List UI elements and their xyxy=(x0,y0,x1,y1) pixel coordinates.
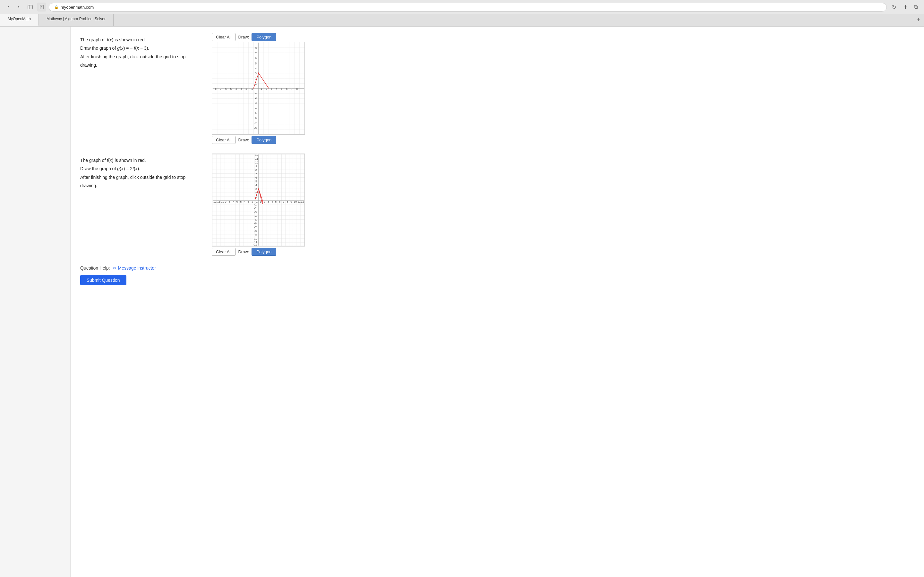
g2-y-neg9: -9 xyxy=(254,234,257,237)
g2-y-4: 4 xyxy=(255,184,257,187)
problem2-line3: After finishing the graph, click outside… xyxy=(80,174,202,181)
g2-x-8: 8 xyxy=(286,200,288,203)
x-label-neg3: -3 xyxy=(239,87,242,90)
g2-x-1: 1 xyxy=(260,200,262,203)
g2-y-9: 9 xyxy=(255,165,257,168)
address-bar[interactable]: 🔒 myopenmath.com xyxy=(49,3,887,11)
x-label-neg8: -8 xyxy=(214,87,216,90)
x-label-8: 8 xyxy=(296,87,298,90)
g2-y-neg12: -12 xyxy=(253,243,257,246)
x-label-4: 4 xyxy=(276,87,278,90)
problem2-polygon-button[interactable]: Polygon xyxy=(252,248,276,256)
g2-y-8: 8 xyxy=(255,169,257,172)
problem1-controls-bottom: Clear All Draw: Polygon xyxy=(212,136,276,144)
problem2-graph[interactable]: -12 -11 -10 -9 -8 -7 -6 -5 -4 -3 -2 -1 1… xyxy=(212,153,305,247)
g2-x-10: 10 xyxy=(294,200,297,203)
x-label-neg7: -7 xyxy=(219,87,222,90)
problem1-clear-all-top[interactable]: Clear All xyxy=(212,33,236,41)
y-label-neg6: -6 xyxy=(254,116,257,119)
g2-x-11: 11 xyxy=(297,200,300,203)
g2-y-neg7: -7 xyxy=(254,226,257,229)
problem1-line2: Draw the graph of g(x) = − f(x − 3). xyxy=(80,45,202,52)
sidebar xyxy=(0,27,71,577)
problem1-polygon-button[interactable]: Polygon xyxy=(252,136,276,144)
y-label-neg3: -3 xyxy=(254,101,257,105)
x-label-6: 6 xyxy=(286,87,288,90)
question-help-section: Question Help: ✉ Message instructor xyxy=(80,266,914,271)
g2-y-11: 11 xyxy=(255,157,258,160)
question-help-label: Question Help: xyxy=(80,266,110,271)
x-label-neg5: -5 xyxy=(229,87,232,90)
problem1-graph[interactable]: -8 -7 -6 -5 -4 -3 -2 -1 1 2 3 4 5 6 7 8 xyxy=(212,42,305,135)
main-content: The graph of f(x) is shown in red. Draw … xyxy=(71,27,924,577)
back-button[interactable]: ‹ xyxy=(4,3,13,11)
forward-button[interactable]: › xyxy=(14,3,23,11)
reload-button[interactable]: ↻ xyxy=(889,3,898,11)
problem2-section: The graph of f(x) is shown in red. Draw … xyxy=(80,153,914,256)
problem2-text: The graph of f(x) is shown in red. Draw … xyxy=(80,153,202,191)
g2-y-neg4: -4 xyxy=(254,214,257,218)
problem2-line2: Draw the graph of g(x) = 2f(x). xyxy=(80,165,202,172)
problem1-section: The graph of f(x) is shown in red. Draw … xyxy=(80,33,914,144)
g2-y-10: 10 xyxy=(255,161,258,164)
tab-myopenmath[interactable]: MyOpenMath xyxy=(0,14,39,26)
x-label-neg6: -6 xyxy=(224,87,227,90)
new-tab-button[interactable]: + xyxy=(913,14,924,26)
x-label-neg4: -4 xyxy=(234,87,237,90)
problem1-text: The graph of f(x) is shown in red. Draw … xyxy=(80,33,202,70)
problem1-draw-label-top: Draw: xyxy=(238,35,249,39)
x-label-5: 5 xyxy=(281,87,283,90)
problem1-line4: drawing. xyxy=(80,61,202,69)
g2-y-7: 7 xyxy=(255,172,257,176)
sidebar-toggle-button[interactable] xyxy=(26,3,35,11)
x-label-2: 2 xyxy=(266,87,267,90)
g2-y-5: 5 xyxy=(255,180,257,183)
share-button[interactable]: ⬆ xyxy=(901,3,910,11)
problem1-clear-all-button[interactable]: Clear All xyxy=(212,136,236,144)
g2-y-neg8: -8 xyxy=(254,229,257,233)
message-instructor-link[interactable]: ✉ Message instructor xyxy=(113,266,156,271)
g2-x-neg5: -5 xyxy=(239,200,242,203)
url-text: myopenmath.com xyxy=(61,5,94,10)
browser-actions: ⬆ ⧉ xyxy=(901,3,920,11)
page-container: The graph of f(x) is shown in red. Draw … xyxy=(0,27,924,577)
y-label-neg2: -2 xyxy=(254,96,257,99)
g2-x-4: 4 xyxy=(271,200,273,203)
problem2-clear-all-button[interactable]: Clear All xyxy=(212,248,236,256)
g2-x-neg4: -4 xyxy=(243,200,246,203)
y-label-8: 8 xyxy=(255,47,257,50)
y-label-neg5: -5 xyxy=(254,111,257,114)
problem1-red-graph xyxy=(254,73,269,89)
g2-x-neg8: -8 xyxy=(228,200,230,203)
g2-y-neg10: -10 xyxy=(253,237,257,240)
problem2-controls-bottom: Clear All Draw: Polygon xyxy=(212,248,276,256)
browser-toolbar: ‹ › 🔒 myopenmath.com ↻ ⬆ ⧉ xyxy=(0,0,924,14)
fullscreen-button[interactable]: ⧉ xyxy=(911,3,920,11)
problem2-line4: drawing. xyxy=(80,182,202,189)
tab-bar: MyOpenMath Mathway | Algebra Problem Sol… xyxy=(0,14,924,26)
problem1-polygon-top[interactable]: Polygon xyxy=(252,33,276,41)
problem1-peak-dot xyxy=(258,73,259,74)
g2-x-neg3: -3 xyxy=(247,200,249,203)
g2-y-6: 6 xyxy=(255,176,257,179)
g2-x-neg2: -2 xyxy=(250,200,253,203)
y-label-neg8: -8 xyxy=(254,127,257,130)
problem1-graph-wrapper: Clear All Draw: Polygon xyxy=(212,33,305,144)
svg-rect-0 xyxy=(28,5,32,9)
problem1-line3: After finishing the graph, click outside… xyxy=(80,53,202,60)
g2-x-5: 5 xyxy=(275,200,277,203)
g2-x-7: 7 xyxy=(283,200,284,203)
g2-y-neg1: -1 xyxy=(254,203,257,206)
nav-buttons: ‹ › xyxy=(4,3,23,11)
tab-mathway[interactable]: Mathway | Algebra Problem Solver xyxy=(39,14,113,26)
g2-x-neg7: -7 xyxy=(232,200,234,203)
x-label-7: 7 xyxy=(291,87,292,90)
g2-y-neg2: -2 xyxy=(254,207,257,210)
problem2-line1: The graph of f(x) is shown in red. xyxy=(80,157,202,164)
g2-y-12: 12 xyxy=(255,153,258,156)
g2-x-9: 9 xyxy=(290,200,292,203)
y-label-3: 3 xyxy=(255,72,257,75)
submit-question-button[interactable]: Submit Question xyxy=(80,275,126,285)
g2-y-neg3: -3 xyxy=(254,211,257,214)
g2-x-3: 3 xyxy=(268,200,269,203)
